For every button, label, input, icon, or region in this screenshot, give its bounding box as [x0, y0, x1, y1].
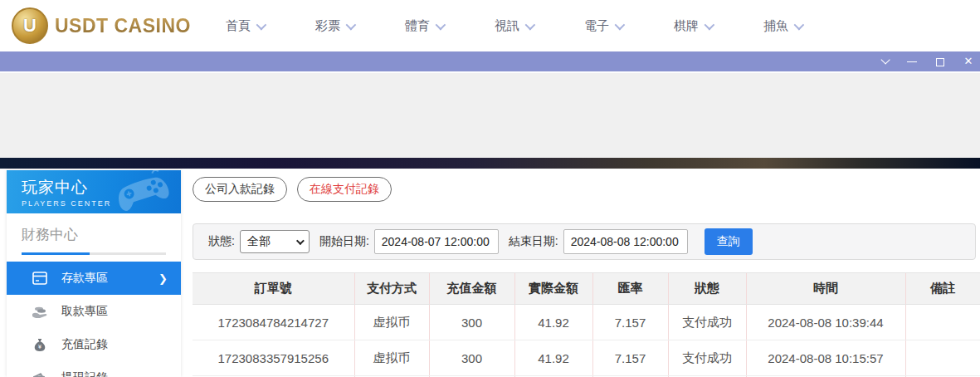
- window-collapse-icon[interactable]: [875, 53, 892, 70]
- cell-remark: [905, 305, 980, 340]
- table-row: 1723084784214727 虚拟币 300 41.92 7.157 支付成…: [193, 305, 980, 340]
- end-date-input[interactable]: [563, 229, 688, 254]
- banknote-icon: [32, 370, 48, 377]
- brand-logo[interactable]: U USDT CASINO: [0, 7, 226, 44]
- col-header-remark: 備註: [905, 273, 980, 305]
- sidebar-section-title: 財務中心: [22, 225, 166, 244]
- col-header-exchange-rate: 匯率: [592, 273, 668, 305]
- window-maximize-icon[interactable]: [932, 53, 948, 70]
- cell-exchange-rate: 7.157: [592, 340, 668, 376]
- status-filter-label: 狀態:: [208, 234, 235, 249]
- logo-coin-icon: U: [12, 7, 48, 44]
- withdraw-hand-icon: [32, 304, 48, 319]
- cell-recharge-amount: 300: [429, 340, 514, 376]
- cell-time: 2024-08-08 10:15:57: [746, 340, 905, 376]
- logo-text: USDT CASINO: [55, 15, 191, 37]
- cell-actual-amount: 41.92: [514, 340, 592, 376]
- cell-order-no: 1723083357915256: [193, 340, 354, 376]
- sidebar-item-label: 存款專區: [61, 271, 108, 286]
- nav-item-label: 體育: [405, 18, 430, 34]
- banner-placeholder-area: [0, 73, 980, 158]
- players-center-sidebar: 玩家中心 PLAYERS CENTER 財務中心 存款專區 ❯: [7, 170, 181, 377]
- end-date-label: 結束日期:: [509, 234, 558, 249]
- chevron-right-icon: ❯: [158, 272, 168, 285]
- query-button[interactable]: 查詢: [705, 228, 753, 255]
- sidebar-item-label: 取款專區: [61, 304, 108, 319]
- sidebar-item-recharge-records[interactable]: ¥ 充值記錄: [7, 328, 181, 361]
- tab-company-deposit-records[interactable]: 公司入款記錄: [193, 177, 287, 202]
- col-header-status: 狀態: [668, 273, 746, 305]
- start-date-label: 開始日期:: [319, 234, 369, 249]
- sidebar-menu: 存款專區 ❯ 取款專區 ¥ 充值記錄 提現記錄: [7, 262, 181, 377]
- records-main-panel: 公司入款記錄 在線支付記錄 狀態: 全部 開始日期: 結束日期: 查詢 訂單號: [181, 169, 980, 377]
- nav-item-live-video[interactable]: 視訊: [495, 18, 533, 34]
- window-titlebar: ✕: [0, 51, 980, 73]
- nav-item-label: 棋牌: [674, 18, 699, 34]
- chevron-down-icon: [794, 19, 805, 30]
- chevron-down-icon: [346, 19, 357, 30]
- sidebar-item-label: 提現記錄: [61, 370, 108, 377]
- chevron-down-icon: [436, 19, 446, 30]
- nav-item-sports[interactable]: 體育: [405, 18, 443, 34]
- sidebar-header: 玩家中心 PLAYERS CENTER: [7, 170, 181, 213]
- cell-order-no: 1723084784214727: [193, 305, 354, 340]
- nav-item-home[interactable]: 首頁: [226, 18, 264, 34]
- window-close-icon[interactable]: ✕: [960, 53, 977, 70]
- sidebar-section-underline: [22, 252, 166, 255]
- table-header: 訂單號 支付方式 充值金額 實際金額 匯率 狀態 時間 備註: [193, 273, 980, 305]
- sidebar-item-withdraw-zone[interactable]: 取款專區: [7, 295, 181, 328]
- payment-records-table: 訂單號 支付方式 充值金額 實際金額 匯率 狀態 時間 備註 172308478…: [193, 272, 980, 377]
- sidebar-item-label: 充值記錄: [61, 337, 108, 352]
- chevron-down-icon: [256, 19, 267, 30]
- nav-item-label: 電子: [584, 18, 609, 34]
- cell-recharge-amount: 300: [429, 305, 514, 340]
- chevron-down-icon: [615, 19, 626, 30]
- window-minimize-icon[interactable]: [904, 53, 920, 70]
- nav-item-fishing[interactable]: 捕魚: [763, 18, 802, 34]
- chevron-down-icon: [296, 237, 305, 245]
- filter-bar: 狀態: 全部 開始日期: 結束日期: 查詢: [193, 223, 976, 260]
- col-header-order-no: 訂單號: [193, 273, 354, 305]
- svg-text:¥: ¥: [38, 344, 41, 350]
- cell-payment-method: 虚拟币: [354, 340, 429, 376]
- col-header-actual-amount: 實際金額: [514, 273, 592, 305]
- cell-time: 2024-08-08 10:39:44: [746, 305, 905, 340]
- cell-status: 支付成功: [668, 340, 746, 376]
- nav-item-slots[interactable]: 電子: [584, 18, 622, 34]
- cell-exchange-rate: 7.157: [592, 305, 668, 340]
- banner-bottom-strip: [0, 158, 980, 169]
- sidebar-item-withdrawal-records[interactable]: 提現記錄: [7, 361, 181, 377]
- sidebar-item-deposit-zone[interactable]: 存款專區 ❯: [7, 262, 181, 295]
- col-header-recharge-amount: 充值金額: [429, 273, 514, 305]
- deposit-card-icon: [32, 271, 48, 286]
- nav-menu: 首頁 彩票 體育 視訊 電子 棋牌 捕魚: [226, 18, 853, 34]
- chevron-down-icon: [525, 19, 536, 30]
- money-bag-icon: ¥: [32, 337, 48, 352]
- nav-item-label: 首頁: [226, 18, 251, 34]
- logo-letter: U: [23, 15, 37, 37]
- col-header-payment-method: 支付方式: [354, 273, 429, 305]
- nav-item-label: 捕魚: [763, 18, 788, 34]
- record-tabs: 公司入款記錄 在線支付記錄: [193, 177, 980, 202]
- nav-item-lottery[interactable]: 彩票: [315, 18, 353, 34]
- tab-online-payment-records[interactable]: 在線支付記錄: [297, 177, 392, 202]
- nav-item-label: 彩票: [315, 18, 340, 34]
- status-select-value: 全部: [247, 234, 271, 249]
- table-row: 1723083357915256 虚拟币 300 41.92 7.157 支付成…: [193, 340, 980, 376]
- chevron-down-icon: [705, 19, 715, 30]
- page-content: 玩家中心 PLAYERS CENTER 財務中心 存款專區 ❯: [0, 169, 980, 377]
- nav-item-chess-cards[interactable]: 棋牌: [674, 18, 712, 34]
- sidebar-section: 財務中心: [7, 213, 181, 255]
- nav-item-label: 視訊: [495, 18, 519, 34]
- cell-actual-amount: 41.92: [514, 305, 592, 340]
- top-navigation-bar: U USDT CASINO 首頁 彩票 體育 視訊 電子 棋牌 捕魚: [0, 0, 980, 51]
- cell-remark: [905, 340, 980, 376]
- col-header-time: 時間: [746, 273, 905, 305]
- status-select[interactable]: 全部: [240, 230, 310, 253]
- start-date-input[interactable]: [374, 229, 499, 254]
- cell-status: 支付成功: [668, 305, 746, 340]
- cell-payment-method: 虚拟币: [354, 305, 429, 340]
